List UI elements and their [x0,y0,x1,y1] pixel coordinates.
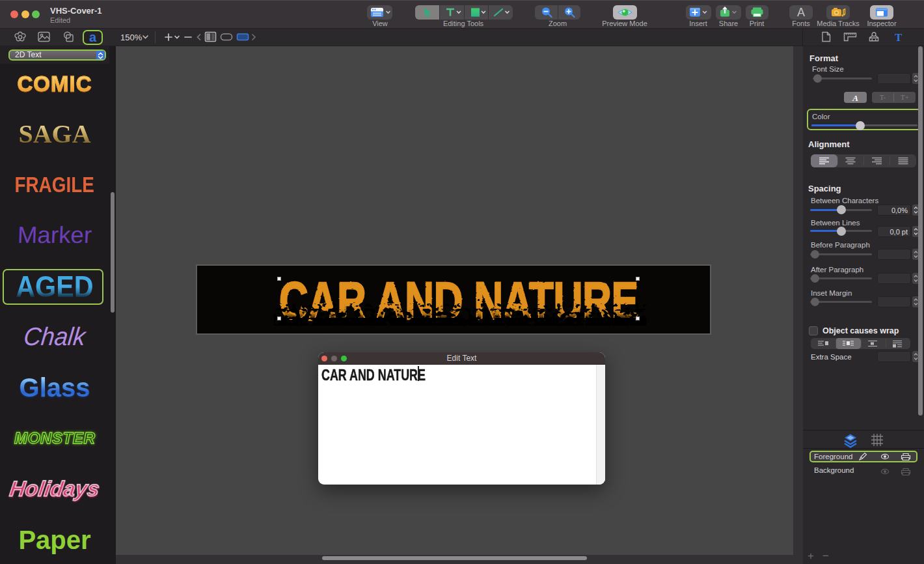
svg-text:T: T [895,31,903,44]
